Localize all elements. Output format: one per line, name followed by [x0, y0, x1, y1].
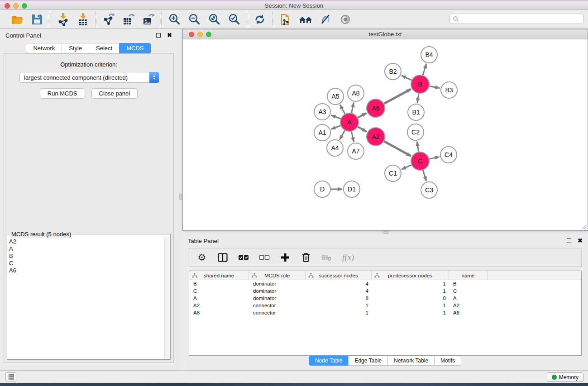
graph-node-label: A7	[352, 148, 359, 155]
network-canvas[interactable]: B4B2BB3A8A5A6A3B1AC2A1A2A4A7C4CC1C3DD1	[183, 39, 588, 230]
column-header-predecessor-nodes[interactable]: predecessor nodes	[372, 271, 449, 280]
search-input[interactable]	[461, 15, 583, 23]
graph-node-label: A5	[331, 93, 339, 100]
graph-edge-B-B1[interactable]	[417, 94, 419, 103]
first-neighbors-icon[interactable]	[298, 12, 313, 27]
select-all-columns-icon[interactable]	[238, 252, 249, 263]
close-window-button[interactable]	[5, 3, 10, 9]
mcds-result-item[interactable]: C	[9, 260, 164, 267]
zoom-fit-content-icon[interactable]	[207, 12, 221, 27]
network-maximize-button[interactable]	[206, 32, 211, 37]
hide-graphics-details-icon[interactable]	[318, 12, 333, 27]
column-header-name[interactable]: name	[449, 271, 488, 280]
tab-motifs[interactable]: Motifs	[434, 356, 461, 366]
column-header-successor-nodes[interactable]: successor nodes	[306, 271, 372, 280]
new-network-from-selection-icon[interactable]	[278, 12, 293, 27]
table-row[interactable]: Cdominator41C	[189, 287, 581, 295]
close-table-panel-icon[interactable]: ✖	[578, 238, 583, 243]
graph-edge-A-A4[interactable]	[339, 130, 344, 139]
close-panel-button[interactable]: Close panel	[91, 88, 138, 99]
app-titlebar: Session: New Session	[0, 1, 588, 10]
show-graphics-details-icon[interactable]	[338, 12, 353, 27]
table-settings-gear-icon[interactable]: ⚙	[196, 252, 207, 263]
column-header-shared-name[interactable]: shared name	[189, 271, 249, 280]
zoom-in-icon[interactable]	[167, 12, 182, 27]
vertical-splitter-handle[interactable]	[179, 194, 182, 200]
mcds-result-list[interactable]: A2ABCA6	[8, 238, 164, 358]
tab-select[interactable]: Select	[89, 43, 120, 53]
mcds-result-item[interactable]: A	[9, 245, 164, 253]
graph-edge-C-C4[interactable]	[430, 157, 440, 159]
search-field[interactable]	[449, 14, 583, 24]
create-column-icon[interactable]	[280, 252, 291, 263]
graph-edge-A-A8[interactable]	[352, 103, 354, 113]
dropdown-stepper-icon: ▲▼	[149, 72, 159, 83]
mcds-result-item[interactable]: B	[9, 253, 164, 260]
task-history-button[interactable]	[5, 372, 16, 381]
graph-edge-A-A7[interactable]	[352, 132, 354, 142]
show-columns-icon[interactable]	[217, 252, 228, 263]
export-image-icon[interactable]	[141, 12, 156, 27]
save-session-icon[interactable]	[30, 12, 44, 27]
tab-mcds[interactable]: MCDS	[119, 43, 151, 53]
graph-edge-A-A5[interactable]	[340, 105, 345, 114]
graph-node-label: A	[347, 119, 352, 126]
delete-column-icon[interactable]	[301, 252, 311, 263]
import-network-icon[interactable]	[56, 12, 70, 27]
graph-node-label: A4	[331, 144, 339, 152]
graph-edge-A-A3[interactable]	[331, 115, 341, 119]
float-table-panel-icon[interactable]	[567, 238, 571, 243]
run-mcds-button[interactable]: Run MCDS	[40, 88, 85, 99]
table-row[interactable]: Bdominator41B	[189, 280, 581, 287]
result-scrollbar[interactable]	[164, 237, 170, 359]
criterion-selected-value: largest connected component (directed)	[20, 74, 149, 81]
unselect-all-columns-icon[interactable]	[259, 252, 270, 263]
graph-edge-B-B4[interactable]	[423, 64, 426, 75]
optimization-criterion-label: Optimization criterion:	[4, 61, 173, 68]
tab-network-table[interactable]: Network Table	[387, 356, 435, 366]
graph-edge-A-A6[interactable]	[358, 113, 367, 118]
optimization-criterion-select[interactable]: largest connected component (directed) ▲…	[19, 72, 159, 83]
tab-style[interactable]: Style	[62, 43, 89, 53]
float-panel-icon[interactable]	[156, 33, 161, 38]
table-row[interactable]: Adominator80A	[189, 295, 581, 302]
mcds-result-item[interactable]: A2	[9, 238, 164, 245]
graph-edge-A2-C[interactable]	[384, 141, 411, 156]
table-row[interactable]: A6connector11A6	[189, 309, 581, 316]
column-header-MCDS-role[interactable]: MCDS role	[249, 271, 306, 280]
node-table-body: Bdominator41BCdominator41CAdominator80AA…	[189, 280, 581, 316]
table-panel: Table Panel ✖ ⚙ f(x) shared nameMCDS rol…	[182, 234, 588, 370]
tab-edge-table[interactable]: Edge Table	[348, 356, 388, 366]
control-panel-tabs: NetworkStyleSelectMCDS	[0, 43, 177, 53]
window-resize-grip[interactable]	[581, 224, 587, 229]
tab-network[interactable]: Network	[26, 43, 62, 53]
graph-edge-B-B3[interactable]	[430, 86, 440, 88]
export-table-icon[interactable]	[121, 12, 136, 27]
graph-edge-C-C3[interactable]	[423, 170, 426, 181]
table-toolbar: ⚙ f(x)	[189, 248, 582, 267]
tab-node-table[interactable]: Node Table	[309, 356, 349, 366]
export-network-icon[interactable]	[101, 12, 116, 27]
network-window-titlebar[interactable]: testGlobe.txt	[183, 29, 588, 39]
maximize-window-button[interactable]	[22, 3, 27, 9]
graph-edge-C-C2[interactable]	[417, 142, 419, 152]
table-row[interactable]: A2connector11A2	[189, 302, 581, 309]
minimize-window-button[interactable]	[13, 3, 19, 9]
zoom-out-icon[interactable]	[187, 12, 201, 27]
apply-layout-icon[interactable]	[253, 12, 267, 27]
graph-edge-A6-B[interactable]	[384, 89, 411, 104]
mcds-result-item[interactable]: A6	[9, 267, 164, 274]
import-table-icon[interactable]	[76, 12, 90, 27]
graph-edge-C-C1[interactable]	[402, 165, 411, 170]
zoom-selected-icon[interactable]	[227, 12, 241, 27]
network-close-button[interactable]	[189, 32, 194, 37]
graph-edge-A-A1[interactable]	[331, 126, 341, 129]
graph-edge-A-A2[interactable]	[358, 127, 367, 132]
graph-edge-B-B2[interactable]	[402, 76, 411, 80]
desktop-background-bottom	[0, 383, 588, 386]
open-session-icon[interactable]	[10, 12, 24, 27]
close-panel-icon[interactable]: ✖	[167, 33, 172, 38]
horizontal-splitter-handle[interactable]	[382, 231, 389, 234]
network-minimize-button[interactable]	[197, 32, 203, 37]
memory-button[interactable]: Memory	[547, 372, 583, 382]
